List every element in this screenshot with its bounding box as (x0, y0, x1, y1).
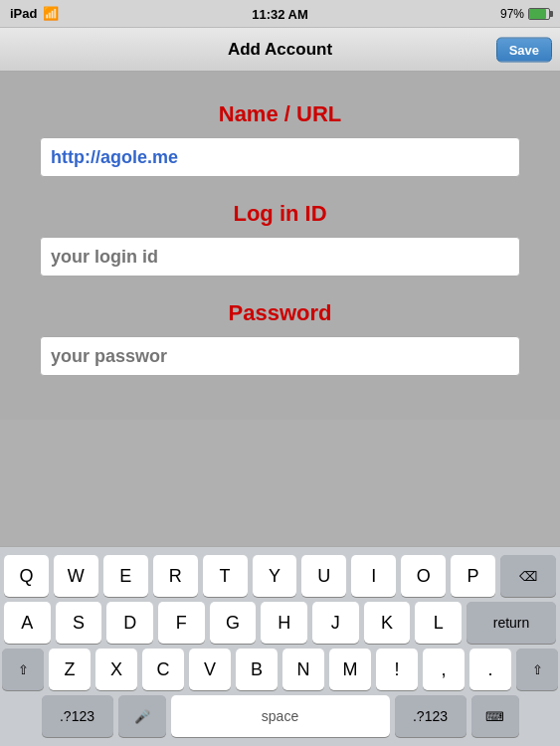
login-id-field-wrapper[interactable] (40, 237, 520, 277)
key-m[interactable]: M (329, 649, 371, 690)
name-url-label: Name / URL (40, 101, 520, 127)
password-field-wrapper[interactable] (40, 336, 520, 376)
key-b[interactable]: B (236, 649, 278, 690)
keyboard-row-4: .?123 🎤 space .?123 ⌨ (4, 695, 556, 737)
keyboard-row-2: A S D F G H J K L return (4, 602, 556, 644)
keyboard: Q W E R T Y U I O P ⌫ A S D F G H J K L … (0, 546, 560, 746)
key-s[interactable]: S (56, 602, 102, 644)
key-q[interactable]: Q (4, 555, 49, 597)
key-period[interactable]: . (469, 649, 511, 690)
numbers-right-key[interactable]: .?123 (395, 695, 467, 737)
status-bar: iPad 📶 11:32 AM 97% (0, 0, 560, 28)
key-x[interactable]: X (95, 649, 137, 690)
key-j[interactable]: J (312, 602, 359, 644)
key-d[interactable]: D (106, 602, 153, 644)
name-url-field-wrapper[interactable] (40, 137, 520, 177)
key-exclamation[interactable]: ! (376, 649, 418, 690)
key-n[interactable]: N (282, 649, 324, 690)
key-comma[interactable]: , (423, 649, 465, 690)
shift-left-key[interactable]: ⇧ (2, 649, 44, 690)
key-z[interactable]: Z (49, 649, 91, 690)
login-id-input[interactable] (51, 247, 509, 268)
battery-icon (528, 8, 550, 20)
keyboard-row-1: Q W E R T Y U I O P ⌫ (4, 555, 556, 597)
key-g[interactable]: G (210, 602, 257, 644)
password-label: Password (40, 300, 520, 326)
space-key[interactable]: space (171, 695, 390, 737)
key-h[interactable]: H (261, 602, 307, 644)
numbers-left-key[interactable]: .?123 (42, 695, 113, 737)
return-key[interactable]: return (467, 602, 556, 644)
status-right: 97% (500, 7, 550, 21)
key-y[interactable]: Y (253, 555, 297, 597)
form-content: Name / URL Log in ID Password (0, 72, 560, 420)
battery-fill (529, 9, 546, 19)
key-l[interactable]: L (415, 602, 462, 644)
key-o[interactable]: O (401, 555, 446, 597)
login-id-label: Log in ID (40, 201, 520, 227)
nav-bar: Add Account Save (0, 28, 560, 72)
key-p[interactable]: P (451, 555, 495, 597)
key-i[interactable]: I (351, 555, 396, 597)
name-url-input[interactable] (51, 147, 509, 168)
key-c[interactable]: C (142, 649, 184, 690)
key-r[interactable]: R (153, 555, 198, 597)
keyboard-row-3: ⇧ Z X C V B N M ! , . ⇧ (4, 649, 556, 690)
key-a[interactable]: A (4, 602, 51, 644)
key-e[interactable]: E (103, 555, 148, 597)
status-left: iPad 📶 (10, 6, 59, 21)
nav-title: Add Account (228, 40, 332, 60)
key-u[interactable]: U (301, 555, 346, 597)
key-v[interactable]: V (189, 649, 231, 690)
keyboard-hide-key[interactable]: ⌨ (471, 695, 519, 737)
key-w[interactable]: W (54, 555, 98, 597)
mic-key[interactable]: 🎤 (118, 695, 166, 737)
shift-right-key[interactable]: ⇧ (516, 649, 558, 690)
backspace-key[interactable]: ⌫ (500, 555, 556, 597)
battery-percent: 97% (500, 7, 524, 21)
device-label: iPad (10, 6, 37, 21)
status-time: 11:32 AM (252, 7, 308, 22)
save-button[interactable]: Save (496, 37, 552, 62)
key-f[interactable]: F (158, 602, 205, 644)
key-t[interactable]: T (203, 555, 248, 597)
password-input[interactable] (51, 346, 509, 367)
wifi-icon: 📶 (43, 6, 59, 21)
key-k[interactable]: K (364, 602, 411, 644)
